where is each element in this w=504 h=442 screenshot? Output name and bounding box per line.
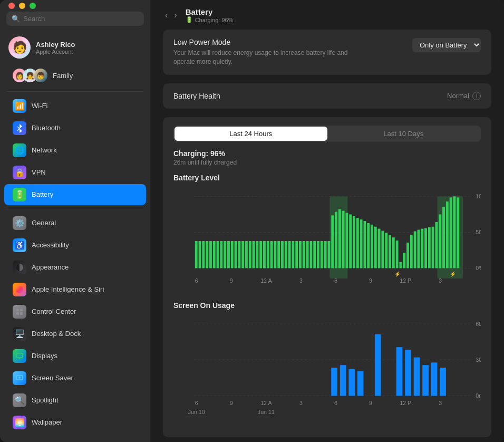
svg-rect-50	[317, 241, 319, 268]
sidebar-item-vpn[interactable]: 🔒 VPN	[4, 162, 146, 183]
svg-text:12 A: 12 A	[260, 277, 272, 283]
svg-rect-3	[20, 309, 23, 311]
battery-level-chart: 100% 50% 0%	[173, 186, 481, 291]
svg-rect-64	[367, 223, 370, 268]
svg-rect-38	[274, 241, 276, 268]
spotlight-icon: 🔍	[13, 393, 26, 407]
svg-rect-34	[259, 241, 262, 268]
sidebar-item-screen-saver[interactable]: Screen Saver	[4, 368, 146, 389]
svg-rect-41	[285, 241, 287, 268]
svg-rect-108	[331, 368, 337, 396]
svg-text:9: 9	[369, 400, 372, 406]
svg-rect-33	[256, 241, 258, 268]
sidebar-item-bluetooth[interactable]: Bluetooth	[4, 118, 146, 139]
svg-rect-112	[375, 334, 381, 396]
content-body: Low Power Mode Your Mac will reduce ener…	[150, 30, 504, 442]
sidebar-item-wifi[interactable]: 📶 Wi-Fi	[4, 95, 146, 117]
sidebar-item-battery[interactable]: 🔋 Battery	[4, 184, 146, 205]
sidebar-item-label: Wallpaper	[32, 418, 62, 426]
user-name: Ashley Rico	[36, 41, 75, 49]
sidebar-item-general[interactable]: ⚙️ General	[4, 213, 146, 234]
sidebar-item-family[interactable]: 👩 👧 👦 Family	[4, 65, 146, 86]
low-power-row: Low Power Mode Your Mac will reduce ener…	[173, 38, 481, 66]
svg-rect-18	[202, 241, 205, 268]
svg-rect-51	[321, 241, 323, 268]
svg-text:6: 6	[195, 400, 198, 406]
svg-rect-70	[389, 235, 391, 268]
accessibility-icon: ♿	[13, 238, 26, 252]
sidebar-item-label: Network	[32, 146, 57, 154]
svg-text:⚡: ⚡	[450, 271, 457, 277]
svg-text:12 P: 12 P	[400, 277, 411, 283]
info-button[interactable]: i	[472, 92, 481, 100]
svg-rect-37	[270, 241, 273, 268]
back-button[interactable]: ‹	[163, 9, 170, 21]
tab-last-10-days[interactable]: Last 10 Days	[327, 127, 480, 141]
forward-button[interactable]: ›	[172, 9, 179, 21]
svg-text:Jun 10: Jun 10	[188, 409, 205, 415]
svg-rect-46	[303, 241, 305, 268]
close-button[interactable]	[8, 3, 15, 9]
sidebar-item-label: Bluetooth	[32, 124, 61, 132]
page-subtitle: 🔋 Charging: 96%	[186, 16, 234, 23]
svg-rect-30	[245, 241, 248, 268]
minimize-button[interactable]	[19, 3, 25, 9]
sidebar-item-displays[interactable]: Displays	[4, 345, 146, 367]
screen-on-bars	[331, 334, 446, 396]
battery-icon: 🔋	[13, 188, 26, 201]
svg-rect-6	[16, 353, 23, 358]
svg-rect-65	[371, 224, 373, 268]
sidebar-item-network[interactable]: 🌐 Network	[4, 140, 146, 161]
wifi-icon: 📶	[13, 99, 26, 113]
svg-rect-113	[396, 347, 403, 396]
wallpaper-icon: 🌅	[13, 416, 26, 429]
user-section[interactable]: 🧑 Ashley Rico Apple Account	[0, 32, 150, 63]
sidebar-item-label: Battery	[32, 190, 53, 198]
svg-text:12 P: 12 P	[400, 400, 411, 406]
sidebar-item-accessibility[interactable]: ♿ Accessibility	[4, 235, 146, 256]
sidebar: 🔍 🧑 Ashley Rico Apple Account 👩 👧 👦 Fami…	[0, 0, 150, 442]
svg-point-9	[18, 377, 21, 379]
sidebar-item-spotlight[interactable]: 🔍 Spotlight	[4, 390, 146, 411]
svg-rect-47	[306, 241, 309, 268]
svg-text:9: 9	[230, 400, 233, 406]
svg-rect-27	[235, 241, 237, 268]
battery-health-card: Battery Health Normal i	[163, 83, 491, 109]
sidebar-item-appearance[interactable]: Appearance	[4, 257, 146, 278]
page-title: Battery	[186, 7, 234, 16]
svg-rect-81	[428, 227, 431, 268]
sidebar-item-label: Control Center	[32, 308, 76, 315]
low-power-card: Low Power Mode Your Mac will reduce ener…	[163, 30, 491, 75]
svg-rect-20	[209, 241, 212, 268]
sidebar-item-label: Displays	[32, 352, 57, 360]
search-input[interactable]	[23, 15, 139, 23]
sidebar-item-wallpaper[interactable]: 🌅 Wallpaper	[4, 412, 146, 433]
search-bar[interactable]: 🔍	[6, 12, 144, 26]
search-icon: 🔍	[12, 15, 20, 23]
battery-health-right: Normal i	[447, 92, 481, 100]
sidebar-item-control-center[interactable]: Control Center	[4, 301, 146, 322]
svg-rect-115	[414, 358, 420, 396]
battery-level-svg: 100% 50% 0%	[173, 186, 481, 289]
sidebar-item-label: Wi-Fi	[32, 102, 47, 110]
svg-rect-76	[410, 235, 413, 268]
svg-text:12 A: 12 A	[260, 400, 272, 406]
low-power-select[interactable]: Only on Battery Always Never	[412, 38, 481, 52]
sidebar-item-desktop-dock[interactable]: 🖥️ Desktop & Dock	[4, 323, 146, 344]
svg-text:6: 6	[195, 277, 198, 283]
battery-health-title: Battery Health	[173, 92, 220, 100]
svg-text:3: 3	[439, 277, 442, 283]
svg-rect-5	[20, 312, 23, 315]
battery-level-chart-section: Battery Level 100% 50% 0%	[173, 174, 481, 291]
svg-rect-39	[277, 241, 280, 268]
svg-rect-80	[424, 228, 427, 268]
svg-rect-4	[16, 312, 19, 315]
svg-rect-44	[295, 241, 298, 268]
sidebar-item-siri[interactable]: Apple Intelligence & Siri	[4, 279, 146, 300]
tab-last-24-hours[interactable]: Last 24 Hours	[175, 127, 327, 141]
svg-rect-7	[18, 358, 21, 359]
low-power-title: Low Power Mode	[173, 38, 353, 46]
svg-rect-49	[313, 241, 316, 268]
maximize-button[interactable]	[30, 3, 36, 9]
charge-status: Charging: 96% 26m until fully charged	[173, 149, 481, 166]
